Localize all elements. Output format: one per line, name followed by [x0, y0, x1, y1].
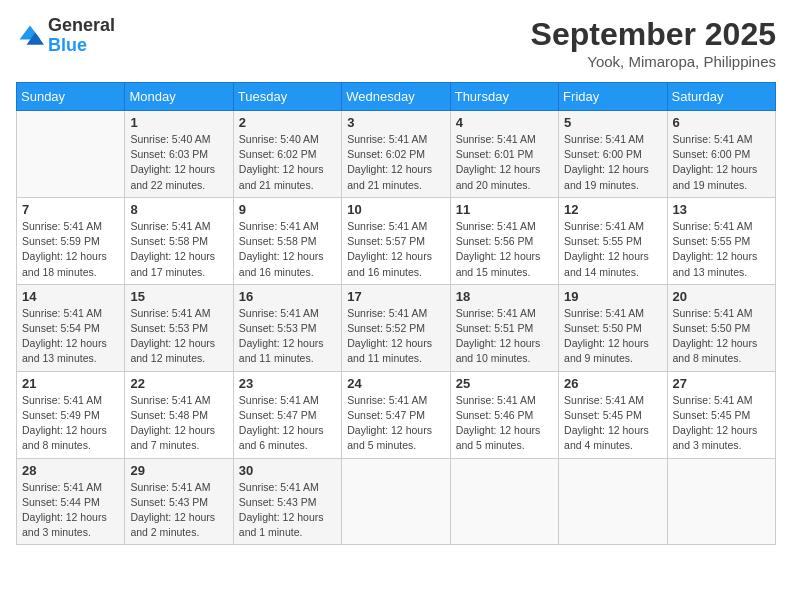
calendar-cell: 9Sunrise: 5:41 AM Sunset: 5:58 PM Daylig…	[233, 197, 341, 284]
day-info: Sunrise: 5:41 AM Sunset: 5:52 PM Dayligh…	[347, 306, 444, 367]
day-number: 13	[673, 202, 770, 217]
logo: General Blue	[16, 16, 115, 56]
day-info: Sunrise: 5:41 AM Sunset: 6:01 PM Dayligh…	[456, 132, 553, 193]
day-number: 7	[22, 202, 119, 217]
calendar-week-row: 14Sunrise: 5:41 AM Sunset: 5:54 PM Dayli…	[17, 284, 776, 371]
day-number: 27	[673, 376, 770, 391]
day-number: 14	[22, 289, 119, 304]
day-info: Sunrise: 5:41 AM Sunset: 6:00 PM Dayligh…	[564, 132, 661, 193]
calendar-cell: 21Sunrise: 5:41 AM Sunset: 5:49 PM Dayli…	[17, 371, 125, 458]
day-info: Sunrise: 5:41 AM Sunset: 5:54 PM Dayligh…	[22, 306, 119, 367]
calendar-cell	[667, 458, 775, 545]
day-info: Sunrise: 5:41 AM Sunset: 5:55 PM Dayligh…	[564, 219, 661, 280]
calendar-cell	[342, 458, 450, 545]
day-info: Sunrise: 5:41 AM Sunset: 5:45 PM Dayligh…	[673, 393, 770, 454]
calendar-week-row: 21Sunrise: 5:41 AM Sunset: 5:49 PM Dayli…	[17, 371, 776, 458]
calendar-cell: 22Sunrise: 5:41 AM Sunset: 5:48 PM Dayli…	[125, 371, 233, 458]
day-number: 12	[564, 202, 661, 217]
calendar-week-row: 28Sunrise: 5:41 AM Sunset: 5:44 PM Dayli…	[17, 458, 776, 545]
calendar-cell: 5Sunrise: 5:41 AM Sunset: 6:00 PM Daylig…	[559, 111, 667, 198]
day-info: Sunrise: 5:41 AM Sunset: 5:45 PM Dayligh…	[564, 393, 661, 454]
logo-general: General	[48, 16, 115, 36]
calendar-week-row: 1Sunrise: 5:40 AM Sunset: 6:03 PM Daylig…	[17, 111, 776, 198]
calendar-header-friday: Friday	[559, 83, 667, 111]
calendar-cell: 17Sunrise: 5:41 AM Sunset: 5:52 PM Dayli…	[342, 284, 450, 371]
day-info: Sunrise: 5:41 AM Sunset: 5:47 PM Dayligh…	[347, 393, 444, 454]
calendar-cell: 28Sunrise: 5:41 AM Sunset: 5:44 PM Dayli…	[17, 458, 125, 545]
calendar-week-row: 7Sunrise: 5:41 AM Sunset: 5:59 PM Daylig…	[17, 197, 776, 284]
calendar-header-row: SundayMondayTuesdayWednesdayThursdayFrid…	[17, 83, 776, 111]
calendar-cell: 12Sunrise: 5:41 AM Sunset: 5:55 PM Dayli…	[559, 197, 667, 284]
logo-text: General Blue	[48, 16, 115, 56]
calendar-header-tuesday: Tuesday	[233, 83, 341, 111]
day-number: 3	[347, 115, 444, 130]
day-number: 16	[239, 289, 336, 304]
day-info: Sunrise: 5:41 AM Sunset: 5:46 PM Dayligh…	[456, 393, 553, 454]
day-number: 6	[673, 115, 770, 130]
calendar-cell: 3Sunrise: 5:41 AM Sunset: 6:02 PM Daylig…	[342, 111, 450, 198]
calendar-cell: 23Sunrise: 5:41 AM Sunset: 5:47 PM Dayli…	[233, 371, 341, 458]
calendar-cell: 14Sunrise: 5:41 AM Sunset: 5:54 PM Dayli…	[17, 284, 125, 371]
calendar-cell: 24Sunrise: 5:41 AM Sunset: 5:47 PM Dayli…	[342, 371, 450, 458]
day-info: Sunrise: 5:41 AM Sunset: 5:59 PM Dayligh…	[22, 219, 119, 280]
day-number: 2	[239, 115, 336, 130]
day-info: Sunrise: 5:41 AM Sunset: 5:44 PM Dayligh…	[22, 480, 119, 541]
day-number: 24	[347, 376, 444, 391]
logo-icon	[16, 22, 44, 50]
calendar-cell: 2Sunrise: 5:40 AM Sunset: 6:02 PM Daylig…	[233, 111, 341, 198]
day-number: 20	[673, 289, 770, 304]
day-info: Sunrise: 5:41 AM Sunset: 5:57 PM Dayligh…	[347, 219, 444, 280]
day-info: Sunrise: 5:41 AM Sunset: 5:55 PM Dayligh…	[673, 219, 770, 280]
calendar-cell	[17, 111, 125, 198]
calendar-cell: 8Sunrise: 5:41 AM Sunset: 5:58 PM Daylig…	[125, 197, 233, 284]
calendar-cell: 7Sunrise: 5:41 AM Sunset: 5:59 PM Daylig…	[17, 197, 125, 284]
day-info: Sunrise: 5:41 AM Sunset: 5:58 PM Dayligh…	[239, 219, 336, 280]
day-number: 5	[564, 115, 661, 130]
calendar-cell: 20Sunrise: 5:41 AM Sunset: 5:50 PM Dayli…	[667, 284, 775, 371]
calendar-cell: 25Sunrise: 5:41 AM Sunset: 5:46 PM Dayli…	[450, 371, 558, 458]
calendar-cell: 16Sunrise: 5:41 AM Sunset: 5:53 PM Dayli…	[233, 284, 341, 371]
day-info: Sunrise: 5:40 AM Sunset: 6:03 PM Dayligh…	[130, 132, 227, 193]
day-info: Sunrise: 5:41 AM Sunset: 5:51 PM Dayligh…	[456, 306, 553, 367]
day-info: Sunrise: 5:41 AM Sunset: 6:00 PM Dayligh…	[673, 132, 770, 193]
calendar-cell: 30Sunrise: 5:41 AM Sunset: 5:43 PM Dayli…	[233, 458, 341, 545]
day-number: 30	[239, 463, 336, 478]
title-block: September 2025 Yook, Mimaropa, Philippin…	[531, 16, 776, 70]
day-number: 15	[130, 289, 227, 304]
calendar-header-sunday: Sunday	[17, 83, 125, 111]
day-number: 17	[347, 289, 444, 304]
calendar-header-monday: Monday	[125, 83, 233, 111]
calendar-cell: 4Sunrise: 5:41 AM Sunset: 6:01 PM Daylig…	[450, 111, 558, 198]
day-number: 18	[456, 289, 553, 304]
day-number: 23	[239, 376, 336, 391]
day-info: Sunrise: 5:41 AM Sunset: 5:50 PM Dayligh…	[564, 306, 661, 367]
day-number: 9	[239, 202, 336, 217]
calendar-cell: 1Sunrise: 5:40 AM Sunset: 6:03 PM Daylig…	[125, 111, 233, 198]
day-info: Sunrise: 5:41 AM Sunset: 5:43 PM Dayligh…	[239, 480, 336, 541]
day-info: Sunrise: 5:40 AM Sunset: 6:02 PM Dayligh…	[239, 132, 336, 193]
calendar-cell: 26Sunrise: 5:41 AM Sunset: 5:45 PM Dayli…	[559, 371, 667, 458]
calendar-table: SundayMondayTuesdayWednesdayThursdayFrid…	[16, 82, 776, 545]
day-number: 10	[347, 202, 444, 217]
day-info: Sunrise: 5:41 AM Sunset: 6:02 PM Dayligh…	[347, 132, 444, 193]
day-info: Sunrise: 5:41 AM Sunset: 5:53 PM Dayligh…	[130, 306, 227, 367]
day-number: 26	[564, 376, 661, 391]
calendar-cell: 10Sunrise: 5:41 AM Sunset: 5:57 PM Dayli…	[342, 197, 450, 284]
calendar-cell	[559, 458, 667, 545]
calendar-cell: 29Sunrise: 5:41 AM Sunset: 5:43 PM Dayli…	[125, 458, 233, 545]
logo-blue: Blue	[48, 36, 115, 56]
calendar-cell	[450, 458, 558, 545]
day-number: 29	[130, 463, 227, 478]
calendar-cell: 11Sunrise: 5:41 AM Sunset: 5:56 PM Dayli…	[450, 197, 558, 284]
calendar-cell: 19Sunrise: 5:41 AM Sunset: 5:50 PM Dayli…	[559, 284, 667, 371]
day-number: 4	[456, 115, 553, 130]
day-info: Sunrise: 5:41 AM Sunset: 5:48 PM Dayligh…	[130, 393, 227, 454]
calendar-cell: 27Sunrise: 5:41 AM Sunset: 5:45 PM Dayli…	[667, 371, 775, 458]
day-number: 22	[130, 376, 227, 391]
calendar-header-wednesday: Wednesday	[342, 83, 450, 111]
day-number: 19	[564, 289, 661, 304]
calendar-header-thursday: Thursday	[450, 83, 558, 111]
day-number: 28	[22, 463, 119, 478]
calendar-cell: 6Sunrise: 5:41 AM Sunset: 6:00 PM Daylig…	[667, 111, 775, 198]
day-info: Sunrise: 5:41 AM Sunset: 5:50 PM Dayligh…	[673, 306, 770, 367]
